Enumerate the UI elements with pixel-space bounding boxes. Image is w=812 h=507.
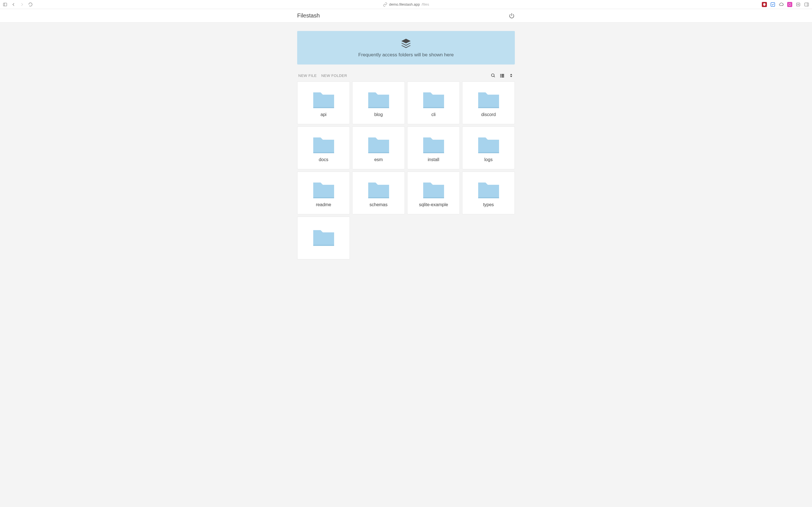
folder-icon — [422, 179, 445, 200]
extension-square-icon[interactable] — [787, 2, 792, 7]
extension-box-icon[interactable] — [796, 2, 801, 7]
search-icon[interactable] — [491, 73, 496, 78]
folder-card[interactable]: types — [462, 172, 515, 214]
svg-rect-30 — [313, 245, 334, 246]
folder-card[interactable] — [297, 217, 350, 260]
folder-card[interactable]: logs — [462, 126, 515, 169]
svg-rect-27 — [368, 197, 389, 198]
page-scroll[interactable]: Frequently access folders will be shown … — [0, 22, 812, 507]
folder-card[interactable]: cli — [407, 81, 460, 124]
folder-icon — [367, 134, 390, 154]
folder-label: install — [428, 157, 439, 162]
folder-label: blog — [374, 112, 383, 117]
folder-icon — [312, 179, 335, 200]
svg-rect-24 — [423, 152, 444, 153]
svg-rect-18 — [313, 107, 334, 108]
folder-card[interactable]: api — [297, 81, 350, 124]
new-file-button[interactable]: NEW FILE — [298, 73, 317, 78]
svg-rect-22 — [313, 152, 334, 153]
stack-icon — [400, 37, 412, 50]
folder-label: discord — [481, 112, 496, 117]
folder-card[interactable]: install — [407, 126, 460, 169]
svg-rect-20 — [423, 107, 444, 108]
app-title[interactable]: Filestash — [297, 12, 320, 19]
extension-screenshot-icon[interactable] — [770, 2, 775, 7]
url-host: demo.filestash.app — [389, 2, 420, 6]
right-panel-toggle-icon[interactable] — [804, 2, 809, 7]
reload-icon[interactable] — [28, 2, 33, 7]
svg-rect-23 — [368, 152, 389, 153]
folder-card[interactable]: blog — [352, 81, 405, 124]
banner-text: Frequently access folders will be shown … — [303, 52, 509, 58]
svg-rect-29 — [478, 197, 499, 198]
svg-rect-13 — [502, 74, 504, 75]
folder-icon — [422, 89, 445, 109]
folder-icon — [477, 134, 500, 154]
folder-label: readme — [316, 202, 331, 207]
app-header: Filestash — [0, 9, 812, 22]
folder-label: types — [483, 202, 494, 207]
folder-label: api — [320, 112, 326, 117]
folder-icon — [477, 89, 500, 109]
folder-icon — [312, 89, 335, 109]
link-icon — [383, 2, 388, 7]
folder-icon — [367, 179, 390, 200]
folder-icon — [477, 179, 500, 200]
folder-card[interactable]: schemas — [352, 172, 405, 214]
folder-label: logs — [485, 157, 493, 162]
svg-rect-4 — [797, 3, 800, 6]
svg-rect-14 — [500, 75, 501, 76]
svg-rect-12 — [500, 74, 501, 75]
svg-rect-21 — [478, 107, 499, 108]
browser-nav-controls — [3, 2, 33, 7]
svg-point-10 — [492, 74, 494, 76]
extension-cloud-icon[interactable] — [779, 2, 784, 7]
folder-card[interactable]: docs — [297, 126, 350, 169]
sort-icon[interactable] — [509, 73, 514, 78]
browser-chrome: demo.filestash.app/files — [0, 0, 812, 9]
list-view-icon[interactable] — [500, 73, 505, 78]
folder-icon — [312, 134, 335, 154]
svg-rect-2 — [771, 3, 775, 6]
extension-ublock-icon[interactable] — [762, 2, 767, 7]
folder-icon — [312, 227, 335, 247]
svg-rect-16 — [500, 76, 501, 77]
new-folder-button[interactable]: NEW FOLDER — [321, 73, 347, 78]
svg-rect-7 — [805, 3, 809, 6]
folder-grid: api blog cli discord — [297, 81, 515, 260]
folder-label: schemas — [369, 202, 388, 207]
folder-label: esm — [374, 157, 383, 162]
frequent-folders-banner: Frequently access folders will be shown … — [297, 31, 515, 64]
folder-card[interactable]: discord — [462, 81, 515, 124]
svg-rect-0 — [3, 3, 7, 6]
page-content: Frequently access folders will be shown … — [297, 22, 515, 271]
logout-button[interactable] — [509, 13, 515, 19]
folder-label: docs — [319, 157, 328, 162]
svg-rect-19 — [368, 107, 389, 108]
folder-label: cli — [432, 112, 436, 117]
svg-rect-25 — [478, 152, 499, 153]
folder-icon — [422, 134, 445, 154]
address-bar[interactable]: demo.filestash.app/files — [383, 2, 429, 7]
svg-rect-3 — [789, 3, 791, 5]
folder-card[interactable]: sqlite-example — [407, 172, 460, 214]
folder-label: sqlite-example — [419, 202, 448, 207]
file-toolbar: NEW FILE NEW FOLDER — [297, 73, 515, 78]
forward-icon — [20, 2, 24, 7]
back-icon[interactable] — [11, 2, 16, 7]
sidebar-toggle-icon[interactable] — [3, 2, 7, 7]
svg-line-11 — [494, 76, 495, 77]
url-path: /files — [421, 2, 429, 6]
browser-extensions — [762, 2, 809, 7]
svg-rect-17 — [502, 76, 504, 77]
folder-card[interactable]: esm — [352, 126, 405, 169]
folder-card[interactable]: readme — [297, 172, 350, 214]
folder-icon — [367, 89, 390, 109]
svg-rect-26 — [313, 197, 334, 198]
svg-rect-28 — [423, 197, 444, 198]
svg-rect-15 — [502, 75, 504, 76]
